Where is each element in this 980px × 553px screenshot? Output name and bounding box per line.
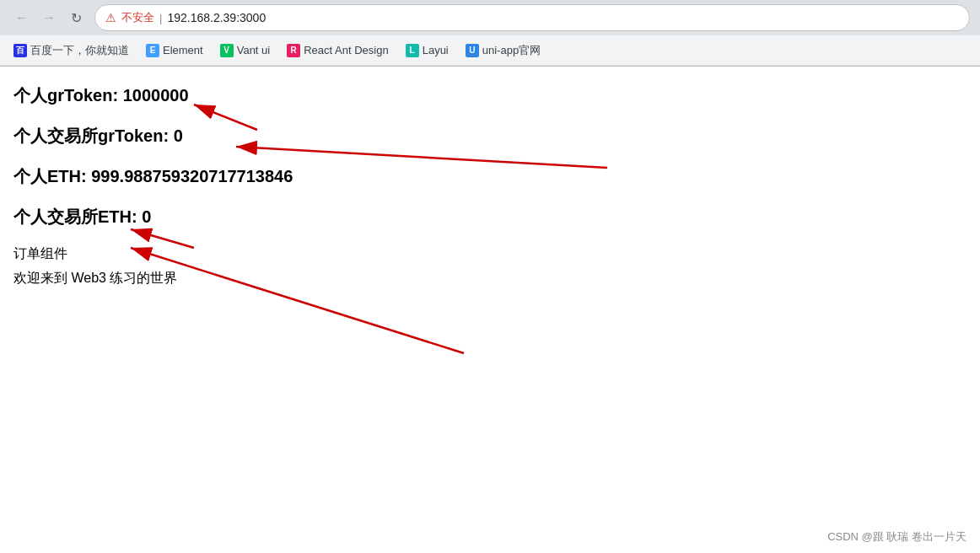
bookmark-element[interactable]: E Element xyxy=(139,40,210,61)
address-text: 192.168.2.39:3000 xyxy=(167,11,266,24)
welcome-line: 欢迎来到 Web3 练习的世界 xyxy=(13,270,967,287)
page-content: 个人grToken: 1000000 个人交易所grToken: 0 个人ETH… xyxy=(0,67,980,311)
exchange-eth-value: 0 xyxy=(142,207,151,226)
bookmark-layui[interactable]: L Layui xyxy=(399,40,455,61)
bookmark-react[interactable]: R React Ant Design xyxy=(280,40,395,61)
reload-button[interactable]: ↻ xyxy=(64,6,88,30)
bookmark-element-label: Element xyxy=(163,44,203,56)
exchange-gr-token-value: 0 xyxy=(174,126,183,145)
exchange-eth-line: 个人交易所ETH: 0 xyxy=(13,205,967,228)
exchange-gr-token-label: 个人交易所grToken: xyxy=(13,126,174,145)
svg-line-4 xyxy=(131,248,464,353)
layui-icon: L xyxy=(406,44,419,57)
vant-icon: V xyxy=(220,44,234,57)
forward-button[interactable]: → xyxy=(37,6,61,30)
bookmark-uni-label: uni-app官网 xyxy=(482,43,541,58)
element-icon: E xyxy=(146,44,159,57)
eth-value: 999.988759320717713846 xyxy=(91,167,293,185)
react-icon: R xyxy=(287,44,300,57)
bookmark-baidu[interactable]: 百 百度一下，你就知道 xyxy=(7,40,136,62)
bookmark-uni[interactable]: U uni-app官网 xyxy=(459,40,547,62)
exchange-eth-label: 个人交易所ETH: xyxy=(13,207,142,226)
browser-toolbar: ← → ↻ ⚠ 不安全 | 192.168.2.39:3000 xyxy=(0,0,980,35)
insecure-label: 不安全 xyxy=(121,10,154,25)
page-footer: CSDN @跟 耿瑞 卷出一片天 xyxy=(827,529,967,545)
bookmark-vant[interactable]: V Vant ui xyxy=(213,40,277,61)
nav-buttons: ← → ↻ xyxy=(10,6,88,30)
bookmark-baidu-label: 百度一下，你就知道 xyxy=(30,43,129,58)
gr-token-line: 个人grToken: 1000000 xyxy=(13,83,967,107)
back-button[interactable]: ← xyxy=(10,6,34,30)
order-component-line: 订单组件 xyxy=(13,245,967,263)
insecure-icon: ⚠ xyxy=(105,11,116,24)
gr-token-value: 1000000 xyxy=(123,86,189,105)
exchange-gr-token-line: 个人交易所grToken: 0 xyxy=(13,124,967,148)
footer-text: CSDN @跟 耿瑞 卷出一片天 xyxy=(827,530,967,543)
baidu-icon: 百 xyxy=(13,44,27,57)
browser-chrome: ← → ↻ ⚠ 不安全 | 192.168.2.39:3000 百 百度一下，你… xyxy=(0,0,980,67)
gr-token-label: 个人grToken: xyxy=(13,86,123,105)
address-bar[interactable]: ⚠ 不安全 | 192.168.2.39:3000 xyxy=(94,4,970,31)
bookmark-vant-label: Vant ui xyxy=(237,44,271,56)
bookmark-react-label: React Ant Design xyxy=(304,44,388,56)
bookmarks-bar: 百 百度一下，你就知道 E Element V Vant ui R React … xyxy=(0,35,980,66)
address-separator: | xyxy=(159,12,162,24)
uni-icon: U xyxy=(466,44,479,57)
bookmark-layui-label: Layui xyxy=(423,44,449,56)
eth-line: 个人ETH: 999.988759320717713846 xyxy=(13,164,967,188)
eth-label: 个人ETH: xyxy=(13,167,91,185)
